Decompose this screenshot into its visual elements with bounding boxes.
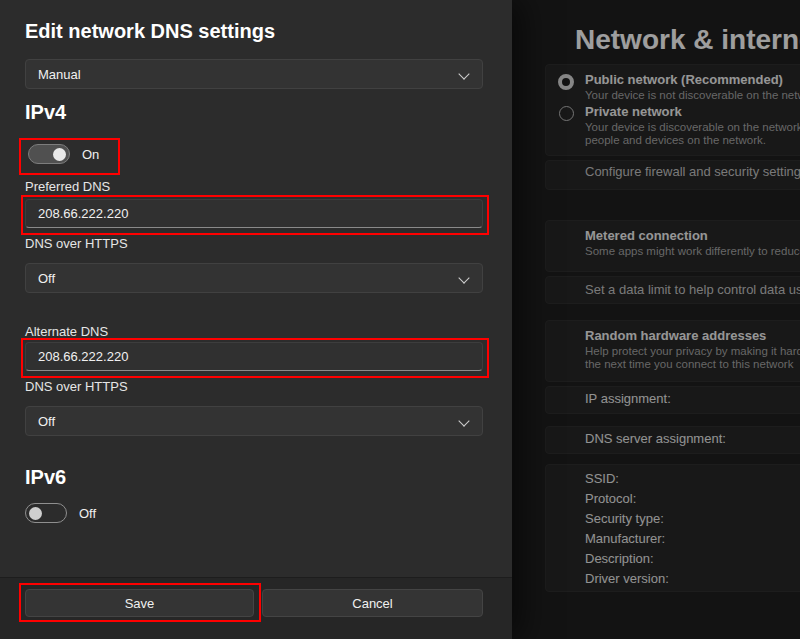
- chevron-down-icon: [458, 415, 469, 426]
- properties-card: [545, 464, 800, 592]
- ipv6-toggle-state: Off: [79, 506, 96, 521]
- private-network-label: Private network: [585, 104, 682, 119]
- preferred-dns-label: Preferred DNS: [25, 179, 110, 194]
- ipv4-heading: IPv4: [25, 101, 66, 124]
- alternate-dns-input[interactable]: [25, 342, 483, 371]
- preferred-dns-input[interactable]: [25, 199, 483, 228]
- ip-assignment-label: IP assignment:: [585, 391, 671, 406]
- dns-assignment-label: DNS server assignment:: [585, 431, 726, 446]
- random-hw-desc-line1: Help protect your privacy by making it h…: [585, 345, 800, 357]
- metered-connection-label: Metered connection: [585, 228, 708, 243]
- ipv6-toggle[interactable]: Off: [25, 503, 96, 523]
- dns-mode-select[interactable]: Manual: [25, 59, 483, 89]
- ip-assignment-card: [545, 386, 800, 414]
- protocol-label: Protocol:: [585, 491, 636, 506]
- driver-version-label: Driver version:: [585, 571, 669, 586]
- public-network-radio-icon: [558, 74, 574, 90]
- dns-mode-value: Manual: [38, 67, 81, 82]
- chevron-down-icon: [458, 68, 469, 79]
- cancel-button[interactable]: Cancel: [262, 589, 483, 617]
- random-hw-label: Random hardware addresses: [585, 328, 766, 343]
- random-hw-desc-line2: the next time you connect to this networ…: [585, 358, 793, 370]
- ipv4-toggle-state: On: [82, 147, 99, 162]
- alternate-doh-select[interactable]: Off: [25, 406, 483, 436]
- save-button[interactable]: Save: [25, 589, 254, 617]
- private-network-radio-icon: [559, 106, 574, 121]
- security-type-label: Security type:: [585, 511, 664, 526]
- preferred-doh-value: Off: [38, 271, 55, 286]
- alternate-doh-value: Off: [38, 414, 55, 429]
- ipv4-toggle[interactable]: On: [28, 144, 99, 164]
- data-limit-link: Set a data limit to help control data us…: [585, 282, 800, 297]
- public-network-label: Public network (Recommended): [585, 72, 783, 87]
- dialog-footer: Save Cancel: [0, 577, 512, 639]
- toggle-off-icon: [25, 503, 67, 523]
- toggle-on-icon: [28, 144, 70, 164]
- toggle-knob: [29, 507, 42, 520]
- edit-dns-dialog: Edit network DNS settings Manual IPv4 On…: [0, 0, 512, 639]
- ssid-label: SSID:: [585, 471, 619, 486]
- preferred-doh-select[interactable]: Off: [25, 263, 483, 293]
- metered-connection-desc: Some apps might work differently to redu…: [585, 245, 800, 257]
- page-title: Network & internet: [575, 24, 800, 56]
- private-network-desc-line1: Your device is discoverable on the netwo…: [585, 121, 800, 133]
- ipv6-heading: IPv6: [25, 466, 66, 489]
- alternate-dns-label: Alternate DNS: [25, 324, 108, 339]
- toggle-knob: [53, 148, 66, 161]
- preferred-doh-label: DNS over HTTPS: [25, 236, 128, 251]
- description-label: Description:: [585, 551, 654, 566]
- manufacturer-label: Manufacturer:: [585, 531, 665, 546]
- dialog-title: Edit network DNS settings: [25, 20, 275, 43]
- alternate-doh-label: DNS over HTTPS: [25, 379, 128, 394]
- public-network-desc: Your device is not discoverable on the n…: [585, 89, 800, 101]
- firewall-settings-link: Configure firewall and security settings: [585, 164, 800, 179]
- screen: Network & internet Public network (Recom…: [0, 0, 800, 639]
- chevron-down-icon: [458, 272, 469, 283]
- private-network-desc-line2: people and devices on the network.: [585, 134, 766, 146]
